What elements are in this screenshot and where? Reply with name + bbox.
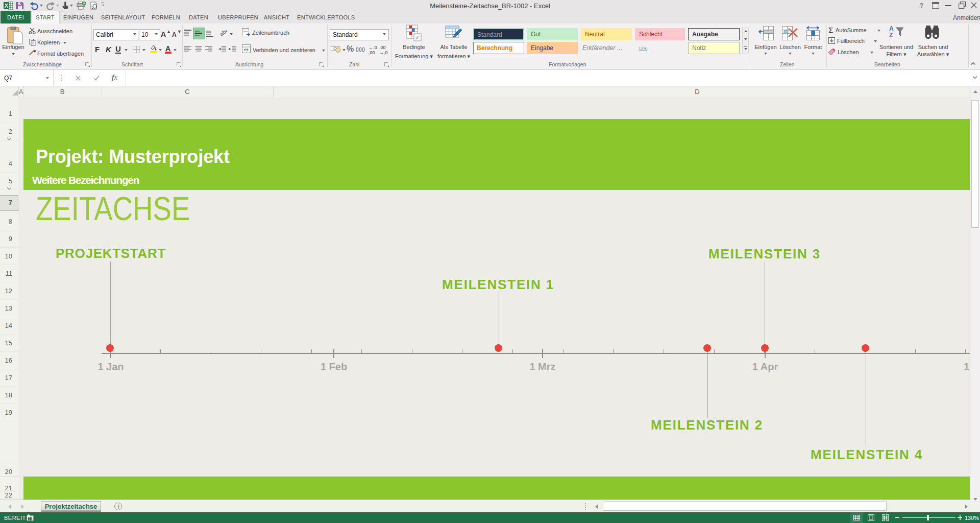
svg-text:ab: ab [219, 29, 227, 37]
svg-text:≠: ≠ [416, 35, 419, 40]
